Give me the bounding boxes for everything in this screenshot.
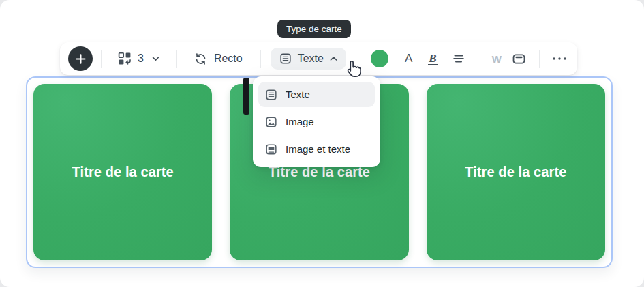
color-circle-icon <box>370 49 389 68</box>
toolbar-divider <box>480 50 480 68</box>
plus-icon <box>75 53 87 65</box>
toolbar-divider <box>260 50 261 68</box>
toolbar-divider <box>356 50 356 68</box>
card-3[interactable]: Titre de la carte <box>427 84 605 260</box>
text-lines-icon <box>265 89 277 101</box>
ellipsis-icon <box>551 57 568 61</box>
refresh-icon <box>194 52 207 65</box>
width-button[interactable]: W <box>492 53 502 65</box>
grid-reorder-icon <box>118 52 132 65</box>
card-type-menu: Texte Image Image et texte <box>253 76 380 167</box>
align-button[interactable] <box>452 52 465 65</box>
bold-button[interactable]: B <box>428 52 437 65</box>
image-icon <box>265 116 277 128</box>
cards-per-row-button[interactable]: 3 <box>102 52 176 65</box>
toolbar-divider <box>539 50 540 68</box>
card-type-button[interactable]: Texte <box>271 48 346 70</box>
text-lines-icon <box>279 52 292 65</box>
menu-item-label: Texte <box>286 89 310 100</box>
more-options-button[interactable] <box>551 57 568 61</box>
menu-item-image-et-texte[interactable]: Image et texte <box>258 136 375 162</box>
card-side-button[interactable]: Recto <box>177 52 260 65</box>
cards-per-row-value: 3 <box>138 52 144 65</box>
menu-item-label: Image et texte <box>286 143 350 155</box>
menu-item-image[interactable]: Image <box>258 109 375 134</box>
text-color-button[interactable]: A <box>405 52 412 65</box>
align-center-icon <box>452 52 465 65</box>
menu-item-label: Image <box>286 116 314 127</box>
editor-panel: 3 Recto Texte <box>0 0 644 287</box>
frame-icon <box>512 52 526 66</box>
card-toolbar: 3 Recto Texte <box>60 42 577 75</box>
card-type-tooltip: Type de carte <box>277 20 351 38</box>
dark-caret-bar <box>243 78 249 115</box>
chevron-down-icon <box>152 56 159 61</box>
image-text-icon <box>265 143 277 155</box>
card-1[interactable]: Titre de la carte <box>33 84 212 260</box>
card-color-swatch[interactable] <box>370 49 389 68</box>
card-title: Titre de la carte <box>72 164 174 180</box>
add-card-button[interactable] <box>68 46 93 71</box>
card-title: Titre de la carte <box>465 164 566 180</box>
frame-button[interactable] <box>512 52 526 66</box>
card-side-label: Recto <box>214 52 243 65</box>
chevron-up-icon <box>330 56 337 61</box>
card-type-label: Texte <box>298 52 324 65</box>
menu-item-texte[interactable]: Texte <box>258 82 375 107</box>
